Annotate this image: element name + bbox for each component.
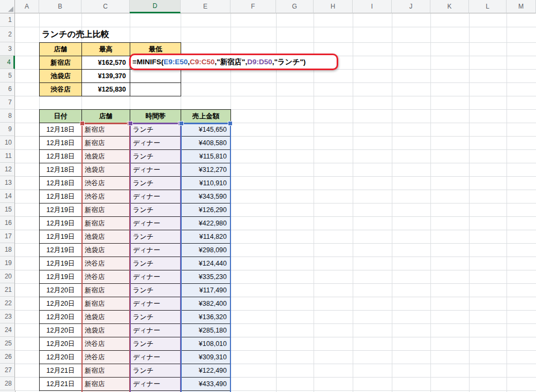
cell-D22[interactable]: ディナー xyxy=(130,297,181,311)
cell-B4[interactable]: 新宿店 xyxy=(39,56,82,70)
column-header-K[interactable]: K xyxy=(430,0,469,13)
data-header-cell[interactable]: 店舗 xyxy=(81,109,130,123)
row-header-21[interactable]: 21 xyxy=(0,283,15,297)
cell-D9[interactable]: ランチ xyxy=(130,123,181,137)
cell-C10[interactable]: 新宿店 xyxy=(81,136,130,150)
summary-header-cell[interactable]: 店舗 xyxy=(39,42,82,56)
cell-E12[interactable]: ¥312,270 xyxy=(181,163,231,177)
row-header-5[interactable]: 5 xyxy=(0,69,15,82)
cell-B19[interactable]: 12月19日 xyxy=(39,257,82,270)
cell-E21[interactable]: ¥117,490 xyxy=(181,283,231,297)
column-header-M[interactable]: M xyxy=(507,0,536,13)
row-header-8[interactable]: 8 xyxy=(0,109,15,123)
sheet-title[interactable]: ランチの売上比較 xyxy=(42,27,109,42)
cell-C12[interactable]: 池袋店 xyxy=(81,163,130,177)
data-header-cell[interactable]: 売上金額 xyxy=(181,109,231,123)
cell-D23[interactable]: ランチ xyxy=(130,310,181,324)
cell-C4[interactable]: ¥162,570 xyxy=(81,56,130,70)
row-header-28[interactable]: 28 xyxy=(0,377,15,390)
row-header-12[interactable]: 12 xyxy=(0,163,15,176)
cell-D10[interactable]: ディナー xyxy=(130,136,181,150)
cell-C14[interactable]: 渋谷店 xyxy=(81,190,130,203)
row-header-27[interactable]: 27 xyxy=(0,364,15,377)
cell-D15[interactable]: ランチ xyxy=(130,203,181,217)
formula-text[interactable]: =MINIFS(E9:E50,C9:C50,"新宿店",D9:D50,"ランチ"… xyxy=(132,54,306,70)
cell-E14[interactable]: ¥343,590 xyxy=(181,190,231,203)
row-header-15[interactable]: 15 xyxy=(0,203,15,216)
cell-E9[interactable]: ¥145,650 xyxy=(181,123,231,137)
row-header-13[interactable]: 13 xyxy=(0,176,15,190)
select-all-corner[interactable] xyxy=(0,0,15,13)
row-header-16[interactable]: 16 xyxy=(0,216,15,230)
cell-D18[interactable]: ディナー xyxy=(130,243,181,257)
column-header-A[interactable]: A xyxy=(15,0,39,13)
cell-B9[interactable]: 12月18日 xyxy=(39,123,82,137)
row-header-4[interactable]: 4 xyxy=(0,56,15,69)
cell-B26[interactable]: 12月20日 xyxy=(39,350,82,364)
cell-B14[interactable]: 12月18日 xyxy=(39,190,82,203)
row-header-11[interactable]: 11 xyxy=(0,149,15,163)
cell-B25[interactable]: 12月20日 xyxy=(39,337,82,351)
cell-C20[interactable]: 渋谷店 xyxy=(81,270,130,284)
cell-B12[interactable]: 12月18日 xyxy=(39,163,82,177)
column-header-D[interactable]: D xyxy=(130,0,181,13)
cell-B22[interactable]: 12月20日 xyxy=(39,297,82,311)
row-header-22[interactable]: 22 xyxy=(0,297,15,310)
cell-D5[interactable] xyxy=(130,69,181,83)
cell-D20[interactable]: ディナー xyxy=(130,270,181,284)
cell-E15[interactable]: ¥126,290 xyxy=(181,203,231,217)
cell-C22[interactable]: 新宿店 xyxy=(81,297,130,311)
cell-B18[interactable]: 12月19日 xyxy=(39,243,82,257)
cell-E13[interactable]: ¥110,910 xyxy=(181,176,231,190)
cell-D16[interactable]: ディナー xyxy=(130,216,181,230)
cell-C16[interactable]: 新宿店 xyxy=(81,216,130,230)
cell-E16[interactable]: ¥422,980 xyxy=(181,216,231,230)
cell-E11[interactable]: ¥115,810 xyxy=(181,149,231,163)
row-header-19[interactable]: 19 xyxy=(0,257,15,270)
cell-D25[interactable]: ランチ xyxy=(130,337,181,351)
cell-E22[interactable]: ¥382,400 xyxy=(181,297,231,311)
cell-E17[interactable]: ¥114,820 xyxy=(181,230,231,244)
cell-C9[interactable]: 新宿店 xyxy=(81,123,130,137)
cell-B5[interactable]: 池袋店 xyxy=(39,69,82,83)
cell-C27[interactable]: 新宿店 xyxy=(81,364,130,378)
cell-E26[interactable]: ¥309,310 xyxy=(181,350,231,364)
row-header-3[interactable]: 3 xyxy=(0,42,15,56)
cell-D24[interactable]: ディナー xyxy=(130,323,181,337)
row-header-7[interactable]: 7 xyxy=(0,96,15,109)
cell-C6[interactable]: ¥125,830 xyxy=(81,82,130,96)
row-header-1[interactable]: 1 xyxy=(0,13,15,27)
cell-C13[interactable]: 渋谷店 xyxy=(81,176,130,190)
cell-E25[interactable]: ¥108,010 xyxy=(181,337,231,351)
data-header-cell[interactable]: 日付 xyxy=(39,109,82,123)
cell-C26[interactable]: 渋谷店 xyxy=(81,350,130,364)
column-header-I[interactable]: I xyxy=(353,0,392,13)
cell-D6[interactable] xyxy=(130,82,181,96)
cell-B11[interactable]: 12月18日 xyxy=(39,149,82,163)
row-header-9[interactable]: 9 xyxy=(0,123,15,136)
row-header-26[interactable]: 26 xyxy=(0,350,15,364)
cell-E28[interactable]: ¥433,490 xyxy=(181,377,231,391)
cell-C17[interactable]: 池袋店 xyxy=(81,230,130,244)
cell-E10[interactable]: ¥408,580 xyxy=(181,136,231,150)
cell-D12[interactable]: ディナー xyxy=(130,163,181,177)
cell-C5[interactable]: ¥139,370 xyxy=(81,69,130,83)
cell-E24[interactable]: ¥285,180 xyxy=(181,323,231,337)
cell-E23[interactable]: ¥136,320 xyxy=(181,310,231,324)
cell-B23[interactable]: 12月20日 xyxy=(39,310,82,324)
cell-C15[interactable]: 新宿店 xyxy=(81,203,130,217)
cell-B10[interactable]: 12月18日 xyxy=(39,136,82,150)
cell-B27[interactable]: 12月21日 xyxy=(39,364,82,378)
column-header-H[interactable]: H xyxy=(314,0,353,13)
cell-B21[interactable]: 12月20日 xyxy=(39,283,82,297)
row-header-14[interactable]: 14 xyxy=(0,190,15,203)
cell-D19[interactable]: ランチ xyxy=(130,257,181,270)
cell-B13[interactable]: 12月18日 xyxy=(39,176,82,190)
row-header-23[interactable]: 23 xyxy=(0,310,15,323)
cell-D11[interactable]: ランチ xyxy=(130,149,181,163)
cell-C18[interactable]: 池袋店 xyxy=(81,243,130,257)
column-header-L[interactable]: L xyxy=(469,0,507,13)
row-header-20[interactable]: 20 xyxy=(0,270,15,283)
cell-D26[interactable]: ディナー xyxy=(130,350,181,364)
column-header-B[interactable]: B xyxy=(39,0,81,13)
